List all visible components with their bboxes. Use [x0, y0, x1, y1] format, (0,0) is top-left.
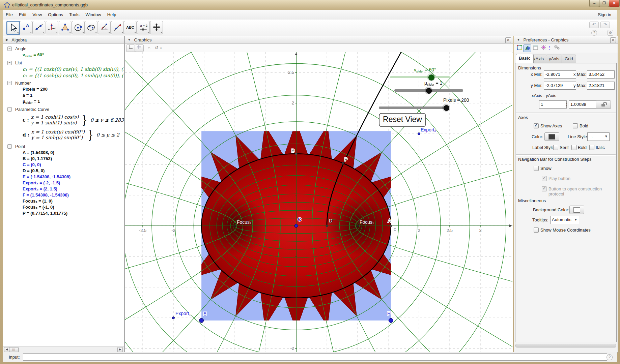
move-graphics-tool-button[interactable] [150, 21, 163, 34]
scroll-right-icon[interactable]: ▶ [117, 347, 123, 352]
point-B[interactable] [295, 153, 298, 155]
algebra-item[interactable]: E = (-1.54308, -1.54308) [23, 174, 124, 179]
axes-color-button[interactable] [544, 132, 559, 141]
layout-icon[interactable] [532, 44, 539, 52]
background-color-button[interactable] [569, 206, 584, 214]
close-icon[interactable]: ✕ [505, 37, 511, 43]
graphics-preferences-icon[interactable] [523, 44, 531, 52]
algebra-item[interactable]: μslider = 1 [23, 99, 124, 104]
circle-tool-button[interactable] [72, 21, 85, 34]
input-help-icon[interactable]: ? [607, 354, 613, 360]
sign-in-link[interactable]: Sign in [598, 12, 611, 17]
point-A[interactable] [390, 225, 392, 227]
line-style-dropdown[interactable]: →▼ [587, 132, 610, 141]
collapse-minus-icon[interactable]: − [7, 81, 12, 85]
algebra-item[interactable]: c₁ = {(1 cosh(0) cos(ν), 1 sinh(0) sin(ν… [23, 66, 124, 72]
point-E[interactable] [199, 318, 204, 323]
algebra-item[interactable]: C = (0, 0) [23, 162, 124, 167]
ratio-y-field[interactable]: 1.00088 [569, 100, 597, 109]
pixels-slider-track[interactable] [379, 107, 447, 109]
menu-edit[interactable]: Edit [16, 10, 29, 20]
algebra-section-number[interactable]: −Number [15, 81, 124, 86]
ratio-x-field[interactable]: 1 [539, 100, 567, 109]
x-min-field[interactable]: -2.8071 [544, 70, 576, 79]
angle-tool-button[interactable]: α [98, 21, 111, 34]
v-slider-track[interactable] [390, 76, 450, 78]
point-F[interactable] [389, 318, 393, 323]
collapse-minus-icon[interactable]: − [7, 61, 12, 65]
point-Focus₂[interactable] [234, 225, 236, 227]
algebra-item[interactable]: A = (1.54308, 0) [23, 150, 124, 155]
tab-yaxis[interactable]: yAxis [546, 55, 562, 63]
move-tool-button[interactable] [6, 21, 20, 35]
x-max-field[interactable]: 3.50452 [587, 70, 615, 79]
algebra-section-point[interactable]: −Point [15, 144, 124, 149]
axes-bold-checkbox[interactable] [573, 123, 578, 128]
point-D[interactable] [326, 225, 328, 227]
pixels-slider-knob[interactable] [444, 105, 449, 111]
scroll-thumb[interactable]: ||| [9, 347, 19, 352]
show-grid-toggle[interactable] [135, 44, 144, 52]
collapse-triangle-icon[interactable]: ▼ [517, 38, 520, 41]
label-bold-checkbox[interactable] [571, 145, 576, 150]
view-menu-icon[interactable]: ↺ ▼ [153, 44, 164, 51]
tooltips-dropdown[interactable]: Automatic▼ [550, 216, 579, 224]
collapse-minus-icon[interactable]: − [7, 144, 12, 149]
serif-checkbox[interactable] [553, 145, 558, 150]
lock-ratio-button[interactable] [596, 100, 611, 109]
collapse-minus-icon[interactable]: − [7, 47, 12, 51]
graphics-header[interactable]: ▼ Graphics ✕ [125, 36, 513, 44]
reset-view-button[interactable]: Reset View [379, 113, 426, 127]
algebra-item[interactable]: c :x = 1 cosh(1) cos(ν)y = 1 sinh(1) sin… [23, 113, 124, 127]
algebra-item[interactable]: Focus₂ = (-1, 0) [23, 205, 124, 210]
menu-file[interactable]: File [3, 10, 16, 20]
preferences-scrollbar[interactable] [515, 344, 616, 347]
slider-tool-button[interactable]: a = 2 [137, 21, 150, 34]
algebra-item[interactable]: d :x = 1 cosh(μ) cos(60°)y = 1 sinh(μ) s… [23, 128, 124, 142]
menu-help[interactable]: Help [104, 10, 119, 20]
gear-icon[interactable]: ⚙ [608, 30, 613, 36]
maximize-button[interactable]: ❐ [599, 0, 609, 7]
objects-properties-icon[interactable] [515, 44, 523, 52]
close-button[interactable]: ✕ [609, 0, 620, 7]
tab-basic[interactable]: Basic [516, 54, 534, 63]
mouse-coordinates-checkbox[interactable] [534, 228, 539, 233]
point-tool-button[interactable]: A [20, 21, 32, 34]
tab-grid[interactable]: Grid [562, 55, 576, 63]
minimize-button[interactable]: – [589, 0, 599, 7]
menu-options[interactable]: Options [45, 10, 66, 20]
close-icon[interactable]: ✕ [610, 37, 616, 43]
algebra-horizontal-scrollbar[interactable]: ◀ ||| ▶ [3, 346, 124, 352]
algebra-item[interactable]: F = (1.54308, -1.54308) [23, 192, 124, 198]
point-P[interactable] [342, 162, 344, 164]
algebra-item[interactable]: Focus₁ = (1, 0) [23, 199, 124, 204]
algebra-section-angle[interactable]: −Angle [15, 46, 124, 51]
algebra-item[interactable]: Export₂ = (2, 1.5) [23, 186, 124, 191]
y-max-field[interactable]: 2.81821 [587, 82, 615, 90]
algebra-item[interactable]: Export₁ = (-2, -1.5) [23, 180, 124, 185]
algebra-item[interactable]: D = (0.5, 0) [23, 168, 124, 173]
point-Focus₁[interactable] [357, 225, 359, 227]
point-Export₁[interactable] [172, 317, 175, 319]
algebra-section-list[interactable]: −List [15, 60, 124, 65]
algebra-item[interactable]: P = (0.77154, 1.01775) [23, 211, 124, 216]
point-Export₂[interactable] [418, 133, 420, 135]
reflect-tool-button[interactable] [111, 21, 124, 34]
advanced-dots-icon[interactable]: ⋮ [547, 44, 552, 52]
y-min-field[interactable]: -2.07129 [544, 82, 576, 90]
algebra-item[interactable]: Pixels = 200 [23, 87, 124, 92]
menu-window[interactable]: Window [82, 10, 104, 20]
menu-tools[interactable]: Tools [66, 10, 82, 20]
input-field[interactable] [23, 353, 607, 361]
text-tool-button[interactable]: ABC [124, 21, 137, 34]
algebra-item[interactable]: B = (0, 1.1752) [23, 156, 124, 161]
settings-gears-icon[interactable] [553, 44, 561, 52]
collapse-triangle-icon[interactable]: ▶ [6, 38, 8, 41]
mu-slider-knob[interactable] [426, 88, 432, 94]
perpendicular-line-tool-button[interactable] [46, 21, 58, 34]
help-icon[interactable]: ? [591, 30, 597, 36]
menu-view[interactable]: View [29, 10, 45, 20]
algebra-item[interactable]: c₂ = {(1 cosh(μ) cos(0), 1 sinh(μ) sin(0… [23, 73, 124, 78]
collapse-minus-icon[interactable]: − [7, 107, 12, 112]
home-icon[interactable]: ⌂ [145, 44, 153, 51]
